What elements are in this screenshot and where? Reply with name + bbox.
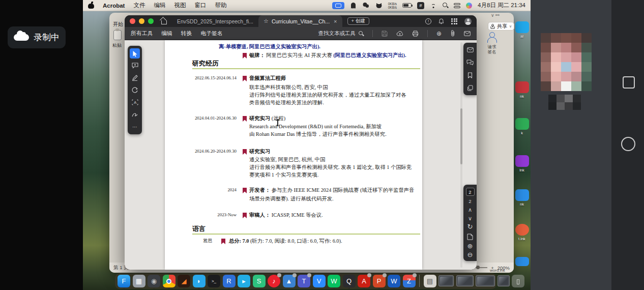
notifications-bell-icon[interactable] xyxy=(438,18,444,24)
desktop-shortcut[interactable]: t.lnk xyxy=(514,224,530,241)
dock-vscode[interactable]: ◗ xyxy=(193,275,206,287)
current-page-box[interactable]: 2 xyxy=(466,188,475,196)
screen-mirroring-icon[interactable] xyxy=(332,2,344,9)
dock-documents-stack[interactable]: ▤ xyxy=(424,275,436,287)
input-source-icon[interactable]: # xyxy=(417,2,424,9)
email-panel-icon[interactable] xyxy=(465,46,475,54)
dock-r-app[interactable]: R xyxy=(223,275,236,287)
minimized-window-thumbnail[interactable] xyxy=(438,275,454,286)
battery-icon[interactable] xyxy=(402,3,412,8)
dock-translate[interactable]: Z xyxy=(403,275,416,287)
desktop-shortcut[interactable]: nk xyxy=(514,81,530,99)
shortcut-icon[interactable] xyxy=(515,257,529,266)
acrobat-window[interactable]: EnvSDD_2025_Interspeech_fi... ☆ Curricul… xyxy=(125,15,477,270)
minimized-window-thumbnail[interactable] xyxy=(497,275,510,286)
print-icon[interactable] xyxy=(412,31,419,37)
dock-matlab[interactable]: ◢ xyxy=(178,275,190,287)
spotlight-search-icon[interactable] xyxy=(443,3,448,8)
wifi-icon[interactable] xyxy=(430,3,437,8)
shortcut-icon[interactable] xyxy=(515,224,529,236)
tool-esign[interactable]: 电子签名 xyxy=(200,30,222,37)
stamp-signature-tool[interactable] xyxy=(130,109,140,120)
home-circle-button[interactable] xyxy=(621,137,635,151)
cat-app-icon[interactable] xyxy=(375,2,383,9)
dock-voov-meeting[interactable]: V xyxy=(313,275,326,287)
desktop-shortcut[interactable]: lnk xyxy=(514,155,530,172)
comments-panel-icon[interactable] xyxy=(465,59,475,67)
document-tab-2-active[interactable]: ☆ Curriculum_Vitae__Ch... × xyxy=(258,15,342,27)
share-button[interactable]: 共享 ∨ xyxy=(488,22,514,31)
previous-page-icon[interactable]: ∧ xyxy=(468,207,472,213)
menubar-clock[interactable]: 4月8日 周二 21:34 xyxy=(478,2,525,9)
dock-wechat[interactable]: W xyxy=(328,275,340,287)
control-center-icon[interactable] xyxy=(454,3,460,8)
dock-xmind[interactable]: S xyxy=(253,275,266,287)
dock-launchpad[interactable]: ▦ xyxy=(133,275,145,287)
favorite-star-icon[interactable]: ☆ xyxy=(264,18,269,24)
document-tab-1[interactable]: EnvSDD_2025_Interspeech_fi... xyxy=(172,15,258,27)
shortcut-icon[interactable] xyxy=(515,118,529,130)
create-button[interactable]: + 创建 xyxy=(347,17,369,25)
desktop-shortcut[interactable]: k xyxy=(514,118,530,135)
paste-icon[interactable] xyxy=(113,30,122,40)
cloud-upload-icon[interactable] xyxy=(396,31,403,37)
menu-view[interactable]: 视图 xyxy=(174,2,186,9)
shortcut-icon[interactable] xyxy=(515,81,529,93)
stamp-plus-icon[interactable]: ⊕ xyxy=(436,30,442,37)
more-tools[interactable]: ⋯ xyxy=(130,122,140,132)
desktop-shortcut[interactable]: al xyxy=(514,21,530,39)
document-area[interactable]: 离-单模赛道, 阿里巴巴通义实验室实习产出). 银牌： 阿里巴巴实习生 AI 开… xyxy=(125,40,477,270)
desktop-shortcut[interactable] xyxy=(514,257,530,266)
ghost-app-icon[interactable] xyxy=(350,2,357,9)
rotate-page-icon[interactable]: ↻ xyxy=(467,224,473,230)
dock-finder[interactable]: F xyxy=(118,275,130,287)
account-avatar-icon[interactable] xyxy=(464,18,472,25)
dock-trash[interactable]: ▯ xyxy=(512,275,524,287)
colored-menu-icon[interactable] xyxy=(466,3,472,9)
minimized-window-thumbnail[interactable] xyxy=(476,275,495,286)
menu-edit[interactable]: 编辑 xyxy=(154,2,165,9)
select-tool[interactable] xyxy=(130,48,140,59)
dock-chrome[interactable] xyxy=(163,275,175,287)
draw-lasso-tool[interactable] xyxy=(130,85,140,95)
recents-square-button[interactable] xyxy=(623,76,635,89)
info-icon[interactable]: ! xyxy=(425,18,431,24)
apps-grid-icon[interactable] xyxy=(451,18,457,24)
tool-all-tools[interactable]: 所有工具 xyxy=(131,30,153,37)
fit-page-icon[interactable] xyxy=(465,233,475,241)
dock-teams[interactable]: T xyxy=(298,275,310,287)
menu-help[interactable]: 帮助 xyxy=(215,2,226,9)
dock-powerpoint[interactable]: P xyxy=(373,275,386,287)
menubar-app-name[interactable]: Acrobat xyxy=(103,3,125,9)
dock-terminal[interactable]: >_ xyxy=(208,275,220,287)
wechat-status-icon[interactable] xyxy=(363,2,370,9)
dock-acrobat[interactable]: A xyxy=(358,275,370,287)
word-shortcut-label[interactable]: word.lnk xyxy=(490,268,505,273)
dock-bilibili[interactable]: ▸ xyxy=(238,275,250,287)
pages-panel-icon[interactable] xyxy=(465,84,475,92)
back-window-start-tab[interactable]: 开始 xyxy=(113,21,123,28)
shortcut-icon[interactable] xyxy=(515,21,529,33)
minimize-window-button[interactable] xyxy=(139,18,144,24)
shortcut-icon[interactable] xyxy=(515,189,529,201)
add-text-tool[interactable]: A xyxy=(130,97,140,107)
minimized-window-thumbnail[interactable] xyxy=(456,275,474,286)
find-text-or-tools[interactable]: 查找文本或工具 xyxy=(318,30,364,37)
recording-indicator[interactable]: 录制中 xyxy=(8,26,66,48)
apple-menu-icon[interactable] xyxy=(88,2,94,9)
mail-icon[interactable] xyxy=(464,31,471,36)
zoom-in-icon[interactable]: ⊕ xyxy=(467,243,473,249)
highlight-pen-tool[interactable] xyxy=(130,73,140,83)
add-comment-tool[interactable] xyxy=(130,61,140,71)
save-icon[interactable] xyxy=(382,31,388,37)
zoom-out-icon[interactable]: ⊖ xyxy=(467,252,473,258)
tool-convert[interactable]: 转换 xyxy=(181,30,192,37)
dock-word[interactable]: W xyxy=(388,275,400,287)
dock-panda-travel[interactable]: ▲ xyxy=(283,275,296,287)
pdf-page[interactable]: 离-单模赛道, 阿里巴巴通义实验室实习产出). 银牌： 阿里巴巴实习生 AI 开… xyxy=(165,40,422,270)
document-scrollbar[interactable] xyxy=(460,42,462,268)
next-page-icon[interactable]: ∨ xyxy=(468,215,472,221)
close-window-button[interactable] xyxy=(130,18,135,24)
home-icon[interactable] xyxy=(160,18,167,24)
request-signature-tool[interactable]: 请求签名 xyxy=(480,32,504,54)
